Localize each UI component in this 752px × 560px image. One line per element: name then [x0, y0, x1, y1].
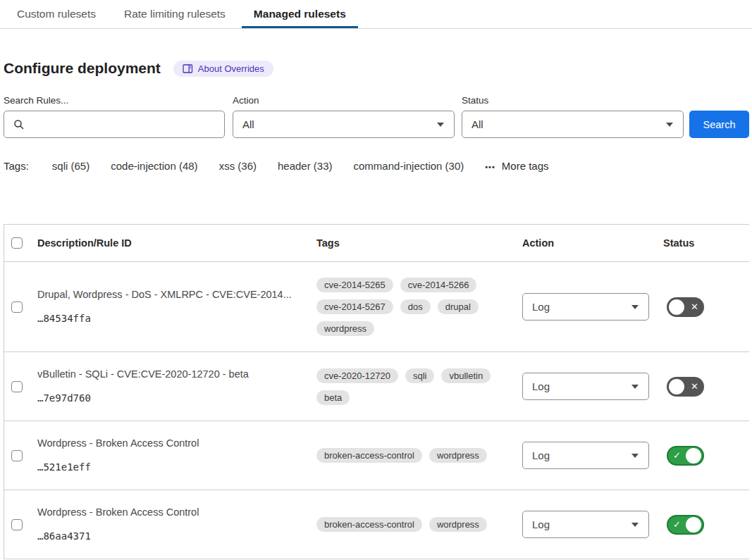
chevron-down-icon	[631, 454, 639, 458]
rule-tags: broken-access-controlwordpress	[316, 517, 496, 532]
rule-description: Wordpress - Broken Access Control	[37, 437, 316, 450]
check-icon: ✓	[673, 520, 681, 529]
status-toggle[interactable]: ✕	[667, 377, 704, 397]
tag-pill: wordpress	[429, 448, 487, 463]
chevron-down-icon	[631, 385, 639, 389]
status-filter-value: All	[471, 118, 483, 130]
chevron-down-icon	[666, 123, 673, 127]
tag-pill: cve-2020-12720	[316, 368, 398, 383]
status-toggle[interactable]: ✕	[667, 297, 704, 317]
column-header-action: Action	[522, 237, 663, 249]
action-dropdown[interactable]: Log	[522, 293, 649, 321]
status-toggle[interactable]: ✓	[667, 515, 704, 535]
rule-tags: broken-access-controlwordpress	[316, 448, 496, 463]
action-dropdown[interactable]: Log	[522, 373, 649, 400]
column-header-tags: Tags	[316, 237, 522, 249]
filters-row: Search Rules... Action All Status	[4, 95, 749, 138]
rule-tags: cve-2020-12720sqlivbulletinbeta	[316, 368, 496, 405]
more-tags-button[interactable]: ••• More tags	[485, 160, 548, 172]
tag-pill: sqli	[405, 368, 435, 383]
tag-pill: broken-access-control	[316, 517, 422, 532]
action-filter-select[interactable]: All	[233, 111, 455, 138]
tag-filter-code-injection[interactable]: code-injection (48)	[111, 160, 197, 172]
tag-pill: cve-2014-5267	[316, 299, 393, 314]
column-header-description: Description/Rule ID	[37, 237, 316, 249]
rule-tags: cve-2014-5265cve-2014-5266cve-2014-5267d…	[316, 278, 496, 336]
toggle-knob	[669, 299, 684, 315]
chevron-down-icon	[631, 523, 639, 527]
rule-id: …521e1eff	[37, 461, 316, 474]
chevron-down-icon	[631, 305, 639, 309]
tag-filter-sqli[interactable]: sqli (65)	[52, 160, 90, 172]
toggle-knob	[686, 517, 701, 533]
tag-filter-xss[interactable]: xss (36)	[219, 160, 257, 172]
row-checkbox[interactable]	[11, 519, 23, 530]
tag-pill: cve-2014-5266	[400, 278, 477, 292]
toggle-knob	[669, 379, 684, 394]
search-button[interactable]: Search	[689, 111, 749, 138]
check-icon: ✓	[673, 451, 681, 460]
table-row: vBulletin - SQLi - CVE:CVE-2020-12720 - …	[4, 352, 749, 421]
tag-pill: vbulletin	[441, 368, 491, 383]
table-row: Wordpress - Broken Access Control …86aa4…	[4, 490, 749, 559]
action-dropdown-value: Log	[532, 301, 550, 313]
action-filter-label: Action	[233, 95, 455, 106]
select-all-checkbox[interactable]	[11, 237, 23, 249]
more-tags-icon: •••	[485, 163, 495, 171]
table-header-row: Description/Rule ID Tags Action Status	[4, 225, 749, 262]
tag-pill: dos	[400, 299, 431, 314]
tag-filter-header[interactable]: header (33)	[278, 160, 333, 172]
tag-filter-command-injection[interactable]: command-injection (30)	[354, 160, 464, 172]
tag-pill: broken-access-control	[316, 448, 422, 463]
chevron-down-icon	[437, 123, 444, 127]
more-tags-label: More tags	[502, 160, 549, 172]
action-filter-value: All	[242, 118, 254, 130]
tab-rate-limiting-rulesets[interactable]: Rate limiting rulesets	[112, 0, 238, 28]
search-input[interactable]	[4, 111, 225, 138]
tag-pill: cve-2014-5265	[316, 278, 393, 292]
tags-bar-label: Tags:	[4, 160, 29, 172]
rules-table: Description/Rule ID Tags Action Status D…	[4, 224, 749, 559]
rule-description: vBulletin - SQLi - CVE:CVE-2020-12720 - …	[37, 368, 316, 381]
rule-id: …7e97d760	[37, 392, 316, 405]
toggle-knob	[686, 448, 701, 463]
tab-managed-rulesets[interactable]: Managed rulesets	[242, 0, 358, 28]
rule-id: …86aa4371	[37, 530, 316, 543]
column-header-status: Status	[663, 237, 749, 249]
search-icon	[13, 119, 25, 130]
action-dropdown-value: Log	[532, 518, 550, 530]
tag-pill: drupal	[438, 299, 479, 314]
rule-id: …84534ffa	[37, 312, 316, 325]
action-dropdown[interactable]: Log	[522, 442, 649, 469]
book-icon	[183, 64, 193, 73]
ruleset-tab-bar: Custom rulesetsRate limiting rulesetsMan…	[0, 0, 752, 29]
action-dropdown-value: Log	[532, 449, 550, 461]
row-checkbox[interactable]	[11, 301, 23, 313]
rule-description: Drupal, Wordpress - DoS - XMLRPC - CVE:C…	[37, 288, 316, 301]
tags-bar: Tags: sqli (65)code-injection (48)xss (3…	[4, 160, 749, 172]
table-row: Drupal, Wordpress - DoS - XMLRPC - CVE:C…	[4, 262, 749, 352]
tag-pill: wordpress	[316, 321, 374, 336]
row-checkbox[interactable]	[11, 450, 23, 461]
about-overrides-label: About Overrides	[198, 63, 264, 74]
table-row: Wordpress - Broken Access Control …521e1…	[4, 421, 749, 490]
rule-description: Wordpress - Broken Access Control	[37, 506, 316, 519]
row-checkbox[interactable]	[11, 381, 23, 392]
page-header: Configure deployment About Overrides	[4, 60, 749, 77]
action-dropdown-value: Log	[532, 380, 550, 392]
action-dropdown[interactable]: Log	[522, 511, 649, 538]
search-rules-label: Search Rules...	[4, 95, 225, 106]
x-icon: ✕	[691, 302, 698, 311]
status-toggle[interactable]: ✓	[667, 446, 704, 466]
tag-pill: wordpress	[429, 517, 487, 532]
about-overrides-badge[interactable]: About Overrides	[173, 61, 273, 77]
tab-custom-rulesets[interactable]: Custom rulesets	[5, 0, 108, 28]
status-filter-select[interactable]: All	[462, 111, 684, 138]
page-title: Configure deployment	[4, 60, 161, 77]
x-icon: ✕	[691, 382, 698, 391]
status-filter-label: Status	[462, 95, 684, 106]
tag-pill: beta	[316, 390, 350, 405]
